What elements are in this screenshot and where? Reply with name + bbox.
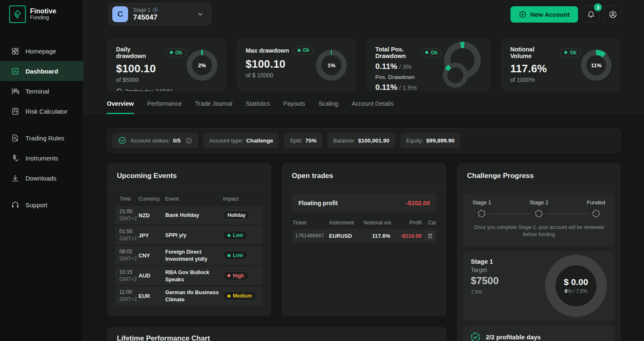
impact-badge: High	[223, 271, 249, 280]
equity-pill: Equity:$99,899.90	[400, 133, 460, 148]
stat-of: of $ 10000	[246, 72, 314, 79]
stat-title: Max drawdown	[246, 47, 289, 54]
pos-drawdown-rings	[442, 42, 482, 89]
sidebar-item-risk-calculator[interactable]: Risk Calculator	[0, 101, 83, 121]
status-badge: Ok	[421, 48, 442, 57]
main-area: C Stage 1 745047	[83, 0, 644, 341]
account-stage-label: Stage 1	[133, 7, 150, 13]
max-drawdown-donut: 1%	[316, 50, 347, 81]
status-badge: Ok	[166, 48, 187, 57]
tab-scaling[interactable]: Scaling	[318, 100, 338, 114]
topbar: C Stage 1 745047	[83, 0, 644, 28]
event-row: 11:00GMT+2 EUR German ifo Business Clima…	[115, 287, 263, 305]
challenge-steps: Stage 1 Stage 2 Funded	[463, 193, 614, 246]
event-row: 21:00GMT+2 NZD Bank Holiday Holiday	[115, 206, 263, 224]
info-icon[interactable]	[185, 137, 192, 144]
challenge-note: Once you complete Stage 2, your account …	[470, 224, 608, 239]
total-pos-limit: / 3%	[399, 63, 412, 70]
impact-badge: Low	[223, 251, 247, 260]
donut-percent-label: 1%	[328, 62, 336, 69]
status-dot	[298, 49, 301, 52]
sidebar-item-support[interactable]: Support	[0, 195, 83, 215]
target-percent: 7.5%	[471, 289, 499, 295]
sidebar-item-label: Homepage	[25, 48, 56, 55]
impact-badge: Holiday	[223, 211, 250, 220]
donut-percent-label: 2%	[198, 62, 206, 69]
tab-trade-journal[interactable]: Trade Journal	[195, 100, 232, 114]
sidebar-item-label: Trading Rules	[25, 135, 64, 142]
pos-drawdown-value: 0.11%	[375, 83, 397, 92]
finotive-logo-icon	[9, 5, 26, 23]
step-circle-icon	[477, 209, 486, 218]
account-number: 745047	[133, 13, 158, 22]
stat-title: Daily drawdown	[116, 46, 162, 59]
step-label-funded: Funded	[587, 199, 605, 206]
account-selector[interactable]: C Stage 1 745047	[109, 3, 211, 25]
sidebar-item-label: Risk Calculator	[25, 108, 68, 115]
download-icon	[11, 174, 20, 183]
stats-strip: Daily drawdown Ok $100.10 of $5000 Tradi…	[83, 28, 644, 91]
tab-account-details[interactable]: Account Details	[351, 100, 394, 114]
stat-of: of 1000%	[510, 76, 581, 83]
stat-of: of $5000	[116, 76, 187, 83]
sidebar-item-downloads[interactable]: Downloads	[0, 168, 83, 188]
floating-profit-row: Floating profit -$102.00	[292, 193, 437, 212]
daily-drawdown-donut: 2%	[187, 50, 217, 81]
events-table-header: Time Currency Event Impact	[115, 193, 263, 206]
tab-performance[interactable]: Performance	[147, 100, 182, 114]
pos-drawdown-donut	[443, 63, 468, 88]
stat-card-total-pos-drawdown: Total Pos. Drawdown Ok 0.11% / 3% Pos. D…	[366, 38, 491, 91]
brand-logo[interactable]: Finotive Funding	[0, 0, 83, 28]
card-title: Lifetime Performance Chart	[117, 334, 210, 341]
account-strikes-pill: Account strikes: 0/5	[112, 133, 198, 148]
tab-payouts[interactable]: Payouts	[283, 100, 305, 114]
dollar-check-icon	[11, 154, 20, 163]
status-dot	[425, 51, 428, 54]
progress-target-pct: % / 7.5%	[567, 288, 587, 294]
sidebar: Finotive Funding Homepage	[0, 0, 83, 341]
stat-card-max-drawdown: Max drawdown Ok $100.10 of $ 10000 1%	[237, 38, 356, 91]
status-badge: Ok	[293, 46, 314, 55]
trade-calculator-button[interactable]	[426, 232, 434, 240]
event-row: 01:50GMT+2 JPY SPPI y/y Low	[115, 226, 263, 244]
trades-table-header: Ticket Instrument Notional vol. Profit C…	[292, 220, 437, 229]
terminal-candles-icon	[11, 87, 20, 96]
step-label-stage2: Stage 2	[530, 199, 548, 206]
overview-content: Account strikes: 0/5 Account type:Challe…	[83, 114, 644, 341]
trade-instrument: EURUSD	[329, 233, 363, 239]
trade-ticket: 1761486687	[295, 233, 329, 239]
sidebar-item-trading-rules[interactable]: Trading Rules	[0, 128, 83, 148]
stat-value: $100.10	[116, 62, 187, 75]
split-pill: Split:75%	[284, 133, 322, 148]
sidebar-item-label: Terminal	[25, 88, 49, 95]
sidebar-item-dashboard[interactable]: Dashboard	[0, 61, 83, 81]
tab-overview[interactable]: Overview	[107, 100, 134, 114]
homepage-grid-icon	[11, 47, 20, 56]
upcoming-events-card: Upcoming Events Time Currency Event Impa…	[107, 163, 271, 316]
new-account-button[interactable]: New Account	[510, 6, 578, 23]
trade-notional: 117.6%	[363, 233, 390, 239]
user-avatar-icon	[609, 10, 617, 19]
step-circle-icon	[534, 209, 543, 218]
sidebar-item-terminal[interactable]: Terminal	[0, 81, 83, 101]
target-value: $7500	[471, 275, 499, 287]
account-summary-bar: Account strikes: 0/5 Account type:Challe…	[107, 128, 621, 153]
stat-title: Total Pos. Drawdown	[375, 46, 417, 59]
challenge-progress-card: Challenge Progress Stage 1 Stage 2 Funde…	[457, 163, 621, 341]
stat-card-notional-volume: Notional Volume Ok 117.6% of 1000% 11%	[501, 38, 621, 91]
calculator-icon	[11, 107, 20, 116]
tab-statistics[interactable]: Statistics	[245, 100, 270, 114]
target-label: Target	[471, 267, 499, 273]
new-account-label: New Account	[530, 11, 570, 18]
impact-badge: Medium	[223, 291, 256, 300]
status-dot	[170, 51, 173, 54]
stat-title: Notional Volume	[510, 46, 556, 59]
account-type-pill: Account type:Challenge	[203, 133, 279, 148]
step-connector	[490, 214, 531, 214]
sidebar-item-homepage[interactable]: Homepage	[0, 41, 83, 61]
notifications-button[interactable]: 3	[582, 5, 600, 23]
stat-card-daily-drawdown: Daily drawdown Ok $100.10 of $5000 Tradi…	[107, 38, 227, 91]
sidebar-item-instruments[interactable]: Instruments	[0, 148, 83, 168]
step-circle-icon	[591, 209, 601, 218]
profile-button[interactable]	[604, 5, 621, 23]
